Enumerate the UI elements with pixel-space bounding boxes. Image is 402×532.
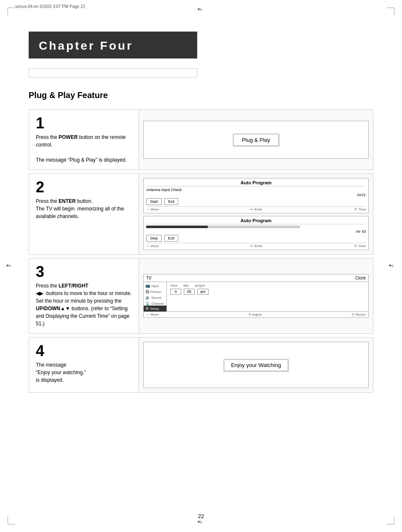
ap2-progress-fill: [146, 226, 208, 228]
ap1-start-btn[interactable]: Start: [146, 198, 162, 205]
tv-sidebar-sound[interactable]: 🔈 Sound: [145, 295, 165, 301]
tv-sidebar: 📺 Input 🖼 Picture 🔈 Sound 📡: [144, 282, 167, 311]
auto-program-screen-2: Auto Program Air 43 Stop Exit ↔ Move ↵ E…: [143, 216, 369, 250]
step-1-left: 1 Press the POWER button on the remote c…: [29, 110, 139, 170]
tv-min-label: Min: [183, 284, 189, 287]
ap2-channel: Air 43: [146, 229, 366, 234]
tv-title-left: TV: [146, 276, 152, 280]
enjoy-watching-button: Enjoy your Watching: [224, 359, 288, 371]
tv-footer-adjust: ⟳ Adjust: [249, 313, 262, 317]
tv-sidebar-setup[interactable]: ⚙ Setup: [144, 306, 166, 311]
tv-footer-move: ↔ Move: [146, 313, 159, 317]
step-1-number: 1: [36, 116, 132, 131]
tv-ampm-label: am/pm: [195, 284, 205, 287]
ap1-footer-move: ↔ Move: [146, 207, 159, 211]
tv-title-right: Clock: [355, 276, 366, 280]
tv-hour-label: Hour: [170, 284, 177, 287]
sound-icon: 🔈: [145, 295, 150, 300]
channel-icon: 📡: [145, 301, 150, 306]
crosshair-right: +: [389, 262, 396, 270]
ap1-title: Auto Program: [146, 180, 366, 186]
corner-mark-tr: [387, 8, 394, 15]
content-area: 1 Press the POWER button on the remote c…: [29, 109, 373, 396]
corner-mark-bl: [8, 517, 15, 524]
step-4-right: Enjoy your Watching: [139, 338, 373, 392]
tv-clock-screen: TV Clock 📺 Input 🖼 Picture: [143, 274, 369, 318]
step-2-text: Press the ENTER button. The TV will begi…: [36, 197, 132, 220]
tv-min-value[interactable]: 05: [184, 289, 195, 295]
setup-icon: ⚙: [145, 306, 149, 311]
chapter-header: Chapter Four: [29, 32, 197, 59]
step-2-right: Auto Program Antenna Input Check Air21 S…: [139, 174, 373, 254]
step-3-left: 3 Press the LEFT/RIGHT ◀▶ buttons to mov…: [29, 258, 139, 333]
step-2-left: 2 Press the ENTER button. The TV will be…: [29, 174, 139, 254]
ap1-channel: Air21: [146, 193, 366, 197]
step-1-block: 1 Press the POWER button on the remote c…: [29, 109, 373, 170]
crosshair-top: +: [197, 6, 205, 13]
ap2-title: Auto Program: [146, 218, 366, 224]
step-4-number: 4: [36, 343, 132, 359]
tv-ampm-value[interactable]: am: [197, 289, 209, 295]
plug-play-button: Plug & Play: [233, 134, 279, 146]
step-3-number: 3: [36, 264, 132, 279]
ap1-footer: ↔ Move ↵ Enter ⏱ Time: [146, 206, 366, 211]
file-info: venus-04-en 6/3/03 3:07 PM Page 22: [15, 4, 85, 9]
tv-setup-label: Setup: [150, 307, 159, 311]
step-2-screens: Auto Program Antenna Input Check Air21 S…: [143, 178, 369, 250]
step-4-block: 4 The message “Enjoy your watching.” is …: [29, 337, 373, 393]
crosshair-bottom: +: [197, 519, 205, 526]
corner-mark-br: [387, 517, 394, 524]
step-1-text: Press the POWER button on the remote con…: [36, 133, 132, 164]
auto-program-screen-1: Auto Program Antenna Input Check Air21 S…: [143, 178, 369, 213]
tv-column-labels: Hour Min am/pm: [170, 284, 365, 287]
step-2-block: 2 Press the ENTER button. The TV will be…: [29, 173, 373, 255]
chapter-title: Chapter Four: [39, 39, 187, 53]
chapter-subtitle-bar: [29, 68, 197, 77]
step-2-number: 2: [36, 180, 132, 195]
step-4-screen: Enjoy your Watching: [143, 342, 369, 388]
page-number: 22: [198, 513, 204, 519]
tv-sidebar-input[interactable]: 📺 Input: [145, 283, 165, 289]
ap1-footer-enter: ↵ Enter: [250, 207, 262, 211]
step-1-right: Plug & Play: [139, 110, 373, 170]
ap2-stop-btn[interactable]: Stop: [146, 235, 162, 242]
ap1-buttons: Start Exit: [146, 198, 366, 205]
step-4-left: 4 The message “Enjoy your watching.” is …: [29, 338, 139, 392]
ap2-footer-time: ⏱ Time: [354, 244, 366, 248]
tv-screen-footer: ↔ Move ⟳ Adjust ⏱ Return: [144, 311, 368, 317]
corner-mark-tl: [8, 8, 15, 15]
tv-screen-header: TV Clock: [144, 274, 368, 282]
step-3-text: Press the LEFT/RIGHT ◀▶ buttons to move …: [36, 282, 132, 327]
ap1-footer-time: ⏱ Time: [354, 207, 366, 211]
tv-main-content: Hour Min am/pm 0 05 am: [167, 282, 368, 311]
ap2-footer: ↔ Move ↵ Enter ⏱ Time: [146, 243, 366, 248]
tv-value-row: 0 05 am: [170, 289, 365, 295]
ap2-exit-btn[interactable]: Exit: [164, 235, 178, 242]
tv-body: 📺 Input 🖼 Picture 🔈 Sound 📡: [144, 282, 368, 311]
ap2-footer-enter: ↵ Enter: [250, 244, 262, 248]
tv-picture-label: Picture: [150, 290, 161, 294]
tv-channel-label: Channel: [151, 302, 164, 306]
step-1-screen: Plug & Play: [143, 121, 369, 159]
ap2-progress-bar: [146, 226, 300, 228]
step-3-block: 3 Press the LEFT/RIGHT ◀▶ buttons to mov…: [29, 258, 373, 334]
tv-footer-return: ⏱ Return: [351, 313, 366, 317]
step-4-text: The message “Enjoy your watching.” is di…: [36, 361, 132, 384]
ap1-subtitle: Antenna Input Check: [146, 188, 366, 192]
ap2-footer-move: ↔ Move: [146, 244, 159, 248]
tv-sound-label: Sound: [151, 296, 161, 300]
crosshair-left: +: [6, 262, 13, 270]
input-icon: 📺: [145, 284, 150, 288]
ap2-buttons: Stop Exit: [146, 235, 366, 242]
tv-hour-value[interactable]: 0: [170, 289, 181, 295]
ap1-exit-btn[interactable]: Exit: [164, 198, 178, 205]
section-title: Plug & Play Feature: [29, 90, 108, 100]
step-3-right: TV Clock 📺 Input 🖼 Picture: [139, 258, 373, 333]
tv-input-label: Input: [151, 284, 159, 288]
picture-icon: 🖼: [145, 290, 149, 294]
tv-sidebar-picture[interactable]: 🖼 Picture: [145, 289, 165, 295]
